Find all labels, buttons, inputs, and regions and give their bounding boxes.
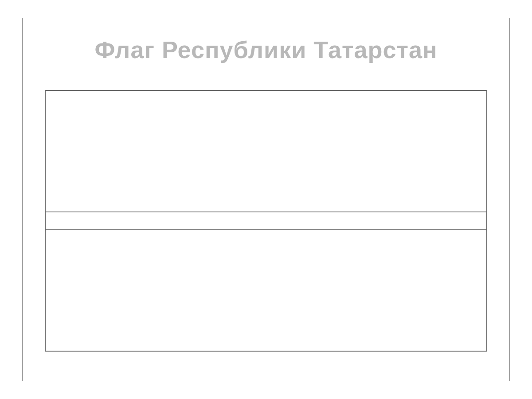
flag-outline: [45, 90, 487, 352]
page-title: Флаг Республики Татарстан: [94, 36, 437, 63]
flag-stripe-bottom: [46, 230, 486, 351]
flag-stripe-middle: [46, 212, 486, 230]
page-container: Флаг Республики Татарстан: [22, 18, 510, 381]
flag-stripe-top: [46, 91, 486, 212]
